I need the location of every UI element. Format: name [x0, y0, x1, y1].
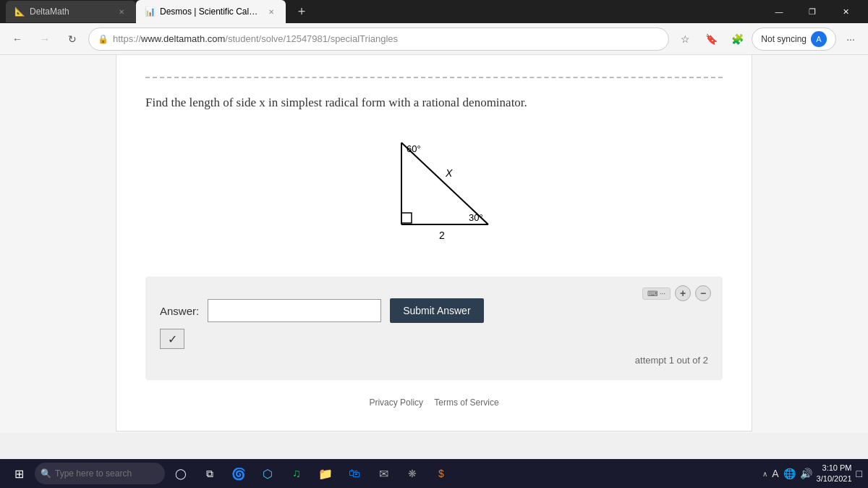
close-button[interactable]: ✕ — [829, 0, 862, 23]
forward-button[interactable]: → — [33, 28, 56, 51]
address-bar-row: ← → ↻ 🔒 https://www.deltamath.com/studen… — [0, 23, 868, 55]
taskbar-app-extra2[interactable]: $ — [428, 460, 454, 487]
system-tray-expand[interactable]: ∧ — [762, 470, 767, 478]
taskbar-mail[interactable]: ✉ — [370, 460, 396, 487]
taskbar-clock[interactable]: 3:10 PM 3/10/2021 — [817, 463, 852, 485]
desmos-favicon: 📊 — [145, 7, 156, 17]
attempt-text: attempt 1 out of 2 — [160, 355, 708, 366]
settings-button[interactable]: ··· — [839, 28, 862, 51]
url-domain: www.deltamath.com — [141, 33, 225, 44]
taskbar-app-extra[interactable]: ❋ — [399, 460, 425, 487]
dashed-divider — [145, 77, 723, 78]
terms-link[interactable]: Terms of Service — [434, 397, 498, 408]
extensions-button[interactable]: 🧩 — [726, 28, 749, 51]
tab-desmos[interactable]: 📊 Desmos | Scientific Calculator ✕ — [136, 0, 286, 23]
deltamath-favicon: 📐 — [14, 7, 25, 17]
not-syncing-button[interactable]: Not syncing A — [752, 28, 836, 51]
minimize-button[interactable]: — — [762, 0, 796, 23]
refresh-button[interactable]: ↻ — [61, 28, 84, 51]
taskbar-search-input[interactable] — [35, 463, 165, 484]
profile-avatar: A — [811, 31, 827, 47]
edge-icon: 🌀 — [231, 467, 246, 481]
search-wrapper[interactable]: 🔍 — [35, 463, 165, 484]
new-tab-button[interactable]: + — [289, 1, 315, 22]
content-container: Find the length of side x in simplest ra… — [116, 55, 752, 432]
window-controls: — ❐ ✕ — [762, 0, 862, 23]
answer-label: Answer: — [160, 305, 199, 317]
page-content: Find the length of side x in simplest ra… — [0, 55, 868, 433]
favorites-button[interactable]: ☆ — [673, 28, 697, 51]
minus-button[interactable]: − — [695, 285, 711, 301]
footer-links: Privacy Policy Terms of Service — [145, 397, 723, 408]
url-protocol: https:// — [113, 33, 141, 44]
keyboard-icon[interactable]: ⌨ ··· — [642, 287, 671, 300]
tab-deltamath-label: DeltaMath — [30, 7, 69, 17]
volume-icon[interactable]: 🔊 — [800, 468, 812, 479]
answer-row: Answer: Submit Answer — [160, 298, 708, 323]
triangle-svg: 60° 30° X 2 — [354, 132, 514, 248]
maximize-button[interactable]: ❐ — [796, 0, 829, 23]
network-icon[interactable]: 🌐 — [783, 468, 796, 479]
url-text: https://www.deltamath.com/student/solve/… — [113, 33, 660, 44]
taskbar-spotify[interactable]: ♫ — [284, 460, 310, 487]
taskbar-cortana[interactable]: ◯ — [168, 460, 194, 487]
check-button-wrapper: ✓ — [160, 329, 708, 349]
clock-date: 3/10/2021 — [817, 474, 852, 484]
address-box[interactable]: 🔒 https://www.deltamath.com/student/solv… — [88, 28, 669, 51]
plus-button[interactable]: + — [675, 285, 691, 301]
angle-30-label: 30° — [469, 212, 483, 223]
notification-icon[interactable]: □ — [856, 468, 862, 479]
answer-section: ⌨ ··· + − Answer: Submit Answer ✓ attemp… — [145, 277, 723, 380]
back-button[interactable]: ← — [6, 28, 29, 51]
tab-desmos-close[interactable]: ✕ — [265, 6, 277, 17]
taskbar-task-view[interactable]: ⧉ — [197, 460, 223, 487]
privacy-policy-link[interactable]: Privacy Policy — [369, 397, 423, 408]
keyboard-layout-icon: A — [772, 468, 778, 479]
svg-rect-3 — [401, 213, 412, 223]
clock-time: 3:10 PM — [817, 463, 852, 474]
tab-deltamath[interactable]: 📐 DeltaMath ✕ — [6, 1, 136, 22]
angle-60-label: 60° — [407, 143, 421, 154]
check-mark: ✓ — [168, 332, 177, 346]
system-icons: A 🌐 🔊 — [772, 468, 812, 479]
submit-answer-button[interactable]: Submit Answer — [390, 298, 483, 323]
side-2-label: 2 — [439, 230, 445, 241]
taskbar-edge[interactable]: 🌀 — [226, 460, 252, 487]
check-button[interactable]: ✓ — [160, 329, 184, 349]
triangle-diagram: 60° 30° X 2 — [145, 132, 723, 248]
start-button[interactable]: ⊞ — [6, 460, 32, 487]
tab-desmos-label: Desmos | Scientific Calculator — [160, 7, 261, 17]
not-syncing-label: Not syncing — [761, 34, 807, 44]
answer-toolbar: ⌨ ··· + − — [642, 285, 711, 301]
tab-deltamath-close[interactable]: ✕ — [116, 6, 127, 17]
collections-button[interactable]: 🔖 — [699, 28, 723, 51]
lock-icon: 🔒 — [98, 34, 109, 44]
title-bar: 📐 DeltaMath ✕ 📊 Desmos | Scientific Calc… — [0, 0, 868, 23]
taskbar-right: ∧ A 🌐 🔊 3:10 PM 3/10/2021 □ — [762, 463, 862, 485]
taskbar-app-store[interactable]: 🛍 — [341, 460, 367, 487]
taskbar-files[interactable]: 📁 — [312, 460, 339, 487]
taskbar-app-2[interactable]: ⬡ — [255, 460, 281, 487]
answer-input[interactable] — [208, 299, 381, 322]
x-label: X — [445, 167, 453, 179]
url-path: /student/solve/12547981/specialTriangles — [225, 33, 398, 44]
question-text: Find the length of side x in simplest ra… — [145, 96, 723, 110]
toolbar-right: ☆ 🔖 🧩 Not syncing A ··· — [673, 28, 862, 51]
taskbar: ⊞ 🔍 ◯ ⧉ 🌀 ⬡ ♫ 📁 🛍 ✉ ❋ $ ∧ A 🌐 🔊 3:10 PM … — [0, 459, 868, 488]
